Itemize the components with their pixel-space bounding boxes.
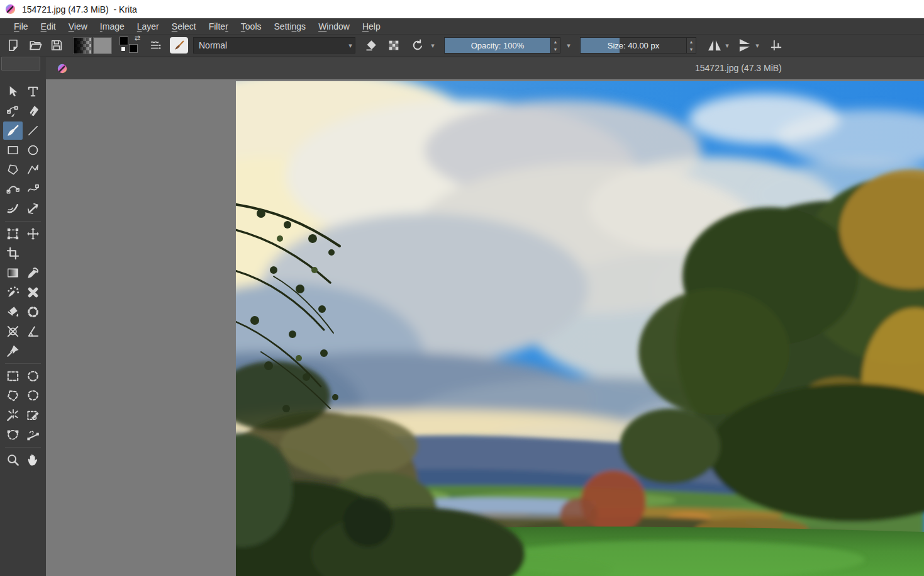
background-color-swatch[interactable] bbox=[129, 44, 138, 53]
tool-gradient[interactable] bbox=[3, 264, 23, 282]
blending-mode-dropdown[interactable]: Normal ▾ bbox=[193, 37, 355, 54]
tool-freehand-path[interactable] bbox=[23, 180, 43, 198]
tool-line[interactable] bbox=[23, 121, 43, 140]
dynamic-brush-icon bbox=[6, 201, 20, 216]
tool-polygon[interactable] bbox=[3, 161, 23, 179]
tool-multibrush[interactable] bbox=[23, 200, 43, 218]
reset-colors-swatch[interactable] bbox=[121, 47, 126, 52]
preserve-alpha-button[interactable] bbox=[386, 37, 402, 54]
tool-colorize-mask[interactable] bbox=[3, 283, 23, 302]
menu-help[interactable]: Help bbox=[356, 20, 387, 33]
tool-freehand-brush[interactable] bbox=[3, 121, 23, 140]
save-document-button[interactable] bbox=[48, 37, 65, 54]
spin-down-icon[interactable]: ▼ bbox=[551, 45, 560, 53]
reload-preset-button[interactable] bbox=[409, 37, 426, 54]
polygon-icon bbox=[6, 162, 20, 177]
menu-layer[interactable]: Layer bbox=[131, 20, 165, 33]
tool-reference-images[interactable] bbox=[3, 342, 23, 360]
toolbox-docker-handle[interactable] bbox=[1, 57, 40, 71]
size-slider-label: Size: 40.00 px bbox=[581, 38, 686, 53]
mirror-horizontal-dropdown-icon[interactable]: ▾ bbox=[723, 42, 732, 50]
tool-move[interactable] bbox=[23, 225, 43, 243]
tool-freehand-selection[interactable] bbox=[23, 387, 43, 405]
tool-enclose-and-fill[interactable] bbox=[23, 303, 43, 321]
foreground-background-colors[interactable]: ⇄ bbox=[120, 37, 140, 54]
menu-select[interactable]: Select bbox=[165, 20, 203, 33]
tool-bezier-curve[interactable] bbox=[3, 180, 23, 198]
eraser-mode-button[interactable] bbox=[363, 37, 379, 54]
menu-filter[interactable]: Filter bbox=[203, 20, 235, 33]
wrap-around-button[interactable] bbox=[768, 37, 784, 54]
tool-transform-select[interactable] bbox=[3, 82, 23, 101]
tool-transform[interactable] bbox=[3, 225, 23, 243]
opacity-spinner[interactable]: ▲ ▼ bbox=[551, 37, 560, 54]
size-spinner[interactable]: ▲ ▼ bbox=[687, 37, 696, 54]
menu-window[interactable]: Window bbox=[312, 20, 356, 33]
freehand-selection-icon bbox=[26, 388, 40, 403]
brush-presets-button[interactable] bbox=[147, 37, 164, 54]
tool-dynamic-brush[interactable] bbox=[3, 200, 23, 218]
chevron-down-icon: ▾ bbox=[346, 42, 355, 50]
tool-similar-color-selection[interactable] bbox=[23, 406, 43, 424]
menu-image[interactable]: Image bbox=[94, 20, 131, 33]
pattern-chooser-button[interactable] bbox=[93, 37, 112, 54]
tool-assistants[interactable] bbox=[3, 322, 23, 341]
tool-rectangular-selection[interactable] bbox=[3, 367, 23, 385]
canvas-scroll-area[interactable] bbox=[46, 79, 924, 576]
tool-magnetic-selection[interactable] bbox=[23, 426, 43, 444]
tool-calligraphy[interactable] bbox=[23, 102, 43, 120]
spin-up-icon[interactable]: ▲ bbox=[687, 38, 696, 45]
menu-file[interactable]: File bbox=[8, 20, 35, 33]
open-document-button[interactable] bbox=[27, 37, 43, 54]
menu-bar: FileEditViewImageLayerSelectFilterToolsS… bbox=[0, 18, 924, 35]
tool-rectangle[interactable] bbox=[3, 141, 23, 159]
freehand-path-icon bbox=[26, 182, 40, 196]
tool-measure[interactable] bbox=[23, 322, 43, 341]
tool-crop[interactable] bbox=[3, 244, 23, 263]
ellipse-icon bbox=[26, 143, 40, 157]
tool-ellipse[interactable] bbox=[23, 141, 43, 159]
tool-text[interactable] bbox=[23, 82, 43, 101]
tool-color-sampler[interactable] bbox=[23, 264, 43, 282]
tool-polygonal-selection[interactable] bbox=[3, 387, 23, 405]
photo-canvas[interactable] bbox=[236, 81, 924, 576]
menu-tools[interactable]: Tools bbox=[235, 20, 268, 33]
menu-view[interactable]: View bbox=[62, 20, 94, 33]
rectangular-selection-icon bbox=[6, 369, 20, 383]
tool-edit-shapes[interactable] bbox=[3, 102, 23, 120]
crop-icon bbox=[6, 246, 20, 261]
toolbox-separator bbox=[5, 447, 41, 448]
mirror-vertical-button[interactable] bbox=[737, 37, 753, 54]
tool-smart-patch[interactable] bbox=[23, 283, 43, 302]
opacity-dropdown-icon[interactable]: ▾ bbox=[564, 42, 573, 50]
fill-icon bbox=[6, 305, 20, 319]
opacity-slider[interactable]: Opacity: 100% bbox=[444, 37, 551, 54]
gradient-chooser-button[interactable] bbox=[73, 37, 92, 54]
brush-editor-button[interactable] bbox=[170, 37, 188, 54]
pan-icon bbox=[26, 453, 40, 467]
tool-elliptical-selection[interactable] bbox=[23, 367, 43, 385]
menu-settings[interactable]: Settings bbox=[268, 20, 313, 33]
mirror-horizontal-button[interactable] bbox=[706, 37, 723, 54]
swap-colors-icon[interactable]: ⇄ bbox=[135, 34, 140, 42]
size-slider[interactable]: Size: 40.00 px bbox=[580, 37, 687, 54]
spin-up-icon[interactable]: ▲ bbox=[551, 38, 560, 45]
tool-pan[interactable] bbox=[23, 451, 43, 469]
spin-down-icon[interactable]: ▼ bbox=[687, 45, 696, 53]
polygonal-selection-icon bbox=[6, 388, 20, 403]
reload-preset-dropdown-icon[interactable]: ▾ bbox=[428, 42, 437, 50]
tool-polyline[interactable] bbox=[23, 161, 43, 179]
menu-edit[interactable]: Edit bbox=[35, 20, 62, 33]
foreground-color-swatch[interactable] bbox=[120, 37, 128, 45]
krita-document-icon[interactable] bbox=[57, 63, 68, 74]
title-bar: 154721.jpg (47.3 MiB) - Krita bbox=[0, 0, 924, 18]
tool-fill[interactable] bbox=[3, 303, 23, 321]
new-document-button[interactable] bbox=[5, 37, 21, 54]
tool-contiguous-selection[interactable] bbox=[3, 406, 23, 424]
mirror-vertical-dropdown-icon[interactable]: ▾ bbox=[753, 42, 762, 50]
tool-bezier-selection[interactable] bbox=[3, 426, 23, 444]
transform-icon bbox=[6, 227, 20, 241]
tool-zoom[interactable] bbox=[3, 451, 23, 469]
zoom-icon bbox=[6, 453, 20, 467]
measure-icon bbox=[26, 324, 40, 339]
